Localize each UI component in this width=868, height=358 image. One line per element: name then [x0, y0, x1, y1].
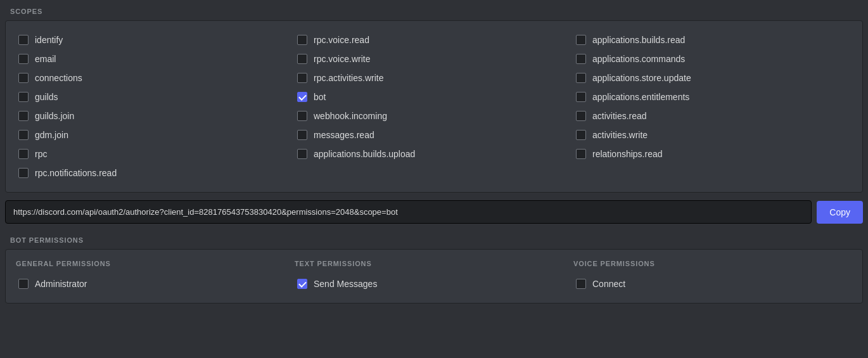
scope-checkbox-activities_read[interactable]	[576, 111, 586, 121]
scope-checkbox-messages_read[interactable]	[297, 130, 307, 140]
scope-item-activities_write[interactable]: activities.write	[573, 126, 852, 144]
scope-checkbox-rpc[interactable]	[18, 149, 29, 159]
perm-checkbox-send_messages[interactable]	[297, 279, 307, 289]
perm-column-header-1: TEXT PERMISSIONS	[295, 260, 573, 267]
perm-item-connect[interactable]: Connect	[573, 275, 852, 293]
copy-button[interactable]: Copy	[817, 201, 863, 224]
scope-checkbox-guilds[interactable]	[18, 92, 29, 102]
perm-checkbox-administrator[interactable]	[18, 279, 29, 289]
permissions-grid: GENERAL PERMISSIONSAdministratorTEXT PER…	[16, 260, 852, 293]
scope-checkbox-rpc_voice_write[interactable]	[297, 54, 307, 64]
scope-label-identify: identify	[35, 35, 63, 45]
scope-checkbox-bot[interactable]	[297, 92, 307, 102]
scope-label-connections: connections	[35, 73, 82, 83]
perm-label-administrator: Administrator	[35, 279, 87, 289]
scope-label-guilds_join: guilds.join	[35, 111, 74, 121]
scope-checkbox-email[interactable]	[18, 54, 29, 64]
scope-label-applications_builds_read: applications.builds.read	[592, 35, 685, 45]
scope-label-webhook_incoming: webhook.incoming	[314, 111, 387, 121]
scopes-section: SCOPES identifyemailconnectionsguildsgui…	[0, 0, 868, 193]
scope-label-relationships_read: relationships.read	[592, 149, 663, 159]
scope-item-webhook_incoming[interactable]: webhook.incoming	[295, 107, 573, 125]
scope-label-bot: bot	[314, 92, 326, 102]
scope-label-rpc_voice_read: rpc.voice.read	[314, 35, 369, 45]
scope-label-email: email	[35, 54, 56, 64]
scope-item-applications_store_update[interactable]: applications.store.update	[573, 69, 852, 87]
scope-item-messages_read[interactable]: messages.read	[295, 126, 573, 144]
scope-checkbox-webhook_incoming[interactable]	[297, 111, 307, 121]
scope-item-rpc_notifications_read[interactable]: rpc.notifications.read	[16, 164, 295, 182]
perm-column-2: VOICE PERMISSIONSConnect	[573, 260, 852, 293]
scope-checkbox-rpc_voice_read[interactable]	[297, 35, 307, 45]
scope-item-bot[interactable]: bot	[295, 88, 573, 106]
scope-label-applications_builds_upload: applications.builds.upload	[314, 149, 415, 159]
scope-checkbox-applications_builds_upload[interactable]	[297, 149, 307, 159]
scope-item-rpc_voice_write[interactable]: rpc.voice.write	[295, 50, 573, 68]
perm-checkbox-connect[interactable]	[576, 279, 586, 289]
perm-label-send_messages: Send Messages	[314, 279, 377, 289]
scope-item-rpc[interactable]: rpc	[16, 145, 295, 163]
scope-label-activities_read: activities.read	[592, 111, 647, 121]
scope-checkbox-applications_store_update[interactable]	[576, 73, 586, 83]
scopes-grid: identifyemailconnectionsguildsguilds.joi…	[16, 31, 852, 182]
scope-label-rpc_activities_write: rpc.activities.write	[314, 73, 383, 83]
scope-label-rpc_voice_write: rpc.voice.write	[314, 54, 370, 64]
scope-item-activities_read[interactable]: activities.read	[573, 107, 852, 125]
scope-checkbox-applications_builds_read[interactable]	[576, 35, 586, 45]
scopes-container: identifyemailconnectionsguildsguilds.joi…	[5, 20, 863, 193]
bot-permissions-container: GENERAL PERMISSIONSAdministratorTEXT PER…	[5, 249, 863, 304]
scope-checkbox-rpc_notifications_read[interactable]	[18, 168, 29, 178]
bot-permissions-label: BOT PERMISSIONS	[0, 229, 868, 249]
perm-item-administrator[interactable]: Administrator	[16, 275, 295, 293]
scope-item-connections[interactable]: connections	[16, 69, 295, 87]
scope-label-applications_store_update: applications.store.update	[592, 73, 691, 83]
scope-column-0: identifyemailconnectionsguildsguilds.joi…	[16, 31, 295, 182]
scope-checkbox-connections[interactable]	[18, 73, 29, 83]
scope-label-guilds: guilds	[35, 92, 58, 102]
perm-column-header-2: VOICE PERMISSIONS	[573, 260, 852, 267]
scope-item-guilds_join[interactable]: guilds.join	[16, 107, 295, 125]
oauth-url-input[interactable]	[5, 200, 812, 224]
url-row: Copy	[5, 200, 863, 224]
scope-checkbox-applications_commands[interactable]	[576, 54, 586, 64]
perm-column-header-0: GENERAL PERMISSIONS	[16, 260, 295, 267]
scope-item-gdm_join[interactable]: gdm.join	[16, 126, 295, 144]
bot-permissions-section: BOT PERMISSIONS GENERAL PERMISSIONSAdmin…	[0, 229, 868, 304]
scope-label-gdm_join: gdm.join	[35, 130, 68, 140]
scope-checkbox-gdm_join[interactable]	[18, 130, 29, 140]
perm-item-send_messages[interactable]: Send Messages	[295, 275, 573, 293]
scope-column-2: applications.builds.readapplications.com…	[573, 31, 852, 182]
scope-item-rpc_activities_write[interactable]: rpc.activities.write	[295, 69, 573, 87]
perm-label-connect: Connect	[592, 279, 625, 289]
scope-checkbox-identify[interactable]	[18, 35, 29, 45]
scope-column-1: rpc.voice.readrpc.voice.writerpc.activit…	[295, 31, 573, 182]
scope-item-guilds[interactable]: guilds	[16, 88, 295, 106]
scope-item-rpc_voice_read[interactable]: rpc.voice.read	[295, 31, 573, 49]
scope-item-applications_builds_upload[interactable]: applications.builds.upload	[295, 145, 573, 163]
scope-checkbox-guilds_join[interactable]	[18, 111, 29, 121]
perm-column-1: TEXT PERMISSIONSSend Messages	[295, 260, 573, 293]
scope-item-applications_commands[interactable]: applications.commands	[573, 50, 852, 68]
scope-label-messages_read: messages.read	[314, 130, 374, 140]
scope-checkbox-applications_entitlements[interactable]	[576, 92, 586, 102]
scope-label-rpc_notifications_read: rpc.notifications.read	[35, 168, 117, 178]
scope-checkbox-rpc_activities_write[interactable]	[297, 73, 307, 83]
scope-label-applications_entitlements: applications.entitlements	[592, 92, 689, 102]
scope-label-activities_write: activities.write	[592, 130, 648, 140]
scope-label-rpc: rpc	[35, 149, 47, 159]
perm-column-0: GENERAL PERMISSIONSAdministrator	[16, 260, 295, 293]
scope-item-relationships_read[interactable]: relationships.read	[573, 145, 852, 163]
scope-checkbox-activities_write[interactable]	[576, 130, 586, 140]
scopes-label: SCOPES	[0, 0, 868, 20]
scope-item-applications_builds_read[interactable]: applications.builds.read	[573, 31, 852, 49]
scope-item-email[interactable]: email	[16, 50, 295, 68]
scope-item-identify[interactable]: identify	[16, 31, 295, 49]
scope-checkbox-relationships_read[interactable]	[576, 149, 586, 159]
scope-item-applications_entitlements[interactable]: applications.entitlements	[573, 88, 852, 106]
scope-label-applications_commands: applications.commands	[592, 54, 685, 64]
